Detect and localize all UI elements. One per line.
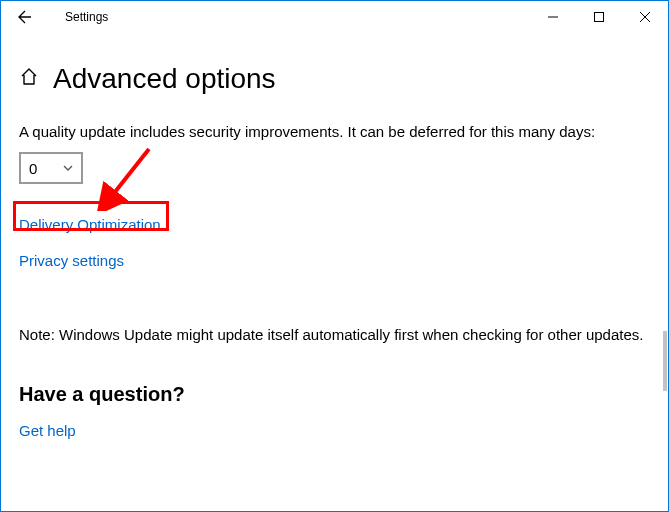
back-arrow-icon: [17, 9, 33, 25]
close-icon: [640, 12, 650, 22]
content-area: Advanced options A quality update includ…: [1, 33, 668, 440]
quality-update-label: A quality update includes security impro…: [19, 123, 650, 140]
close-button[interactable]: [622, 1, 668, 33]
defer-days-value: 0: [29, 160, 37, 177]
home-icon[interactable]: [19, 67, 39, 91]
window-title: Settings: [65, 10, 108, 24]
question-heading: Have a question?: [19, 383, 650, 406]
maximize-icon: [594, 12, 604, 22]
back-button[interactable]: [9, 1, 41, 33]
page-title: Advanced options: [53, 63, 276, 95]
minimize-icon: [548, 12, 558, 22]
get-help-link[interactable]: Get help: [19, 422, 76, 439]
page-header: Advanced options: [19, 63, 650, 95]
minimize-button[interactable]: [530, 1, 576, 33]
window-controls: [530, 1, 668, 33]
maximize-button[interactable]: [576, 1, 622, 33]
defer-days-select[interactable]: 0: [19, 152, 83, 184]
svg-rect-0: [595, 13, 604, 22]
scrollbar[interactable]: [663, 331, 667, 391]
chevron-down-icon: [63, 165, 73, 171]
privacy-settings-link[interactable]: Privacy settings: [19, 252, 124, 269]
update-note: Note: Windows Update might update itself…: [19, 326, 650, 343]
titlebar: Settings: [1, 1, 668, 33]
delivery-optimization-link[interactable]: Delivery Optimization: [19, 216, 161, 233]
